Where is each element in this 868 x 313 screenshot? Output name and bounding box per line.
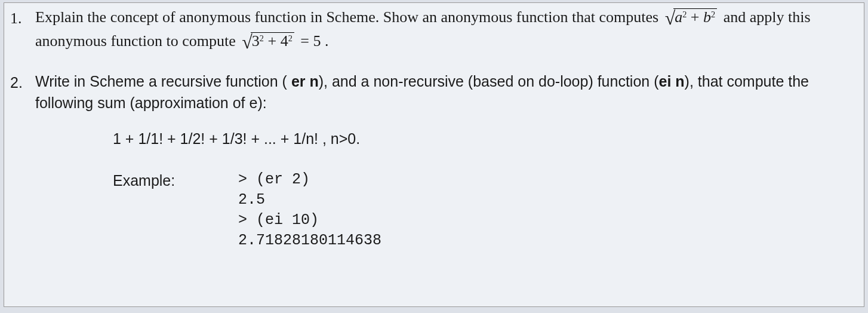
radical-sign-2: √ [242,35,253,50]
q2-formula: 1 + 1/1! + 1/2! + 1/3! + ... + 1/n! , n>… [113,128,853,149]
exp-24: 2 [288,33,293,43]
var-a: a [675,8,682,26]
q1-text-pre: Explain the concept of anonymous functio… [35,8,663,26]
sqrt-a2-b2: √ a2 + b2 [665,8,718,26]
lit-3: 3 [252,32,260,50]
q2-ei: ei n [659,73,685,90]
question-2-number: 2. [10,70,35,93]
var-b: b [703,8,711,26]
question-1-number: 1. [10,5,35,30]
q2-t2: ), and a non-recursive (based on do-loop… [319,73,659,90]
radicand-ab: a2 + b2 [673,8,717,26]
question-2: 2. Write in Scheme a recursive function … [10,70,853,251]
lit-4: 4 [281,32,288,50]
exp-2a: 2 [682,10,687,19]
question-1-body: Explain the concept of anonymous functio… [35,5,853,54]
question-2-body: Write in Scheme a recursive function ( e… [35,70,853,251]
question-1: 1. Explain the concept of anonymous func… [10,5,853,54]
exp-2b: 2 [711,10,715,19]
q1-text-tail: = 5 . [300,32,328,50]
page-sheet: 1. Explain the concept of anonymous func… [4,2,864,307]
exp-23: 2 [260,33,264,43]
radicand-34: 32 + 42 [251,32,294,50]
sqrt-32-42: √ 32 + 42 [242,32,294,50]
radical-sign: √ [665,11,676,26]
example-label: Example: [113,170,238,250]
q2-intro-line: Write in Scheme a recursive function ( e… [35,70,853,114]
plus-2: + [264,32,281,50]
example-code: > (er 2) 2.5 > (ei 10) 2.71828180114638 [238,170,381,250]
plus-1: + [687,8,703,26]
q2-example: Example: > (er 2) 2.5 > (ei 10) 2.718281… [113,170,853,250]
q2-er: er n [291,73,319,90]
q2-t1: Write in Scheme a recursive function ( [35,73,291,90]
